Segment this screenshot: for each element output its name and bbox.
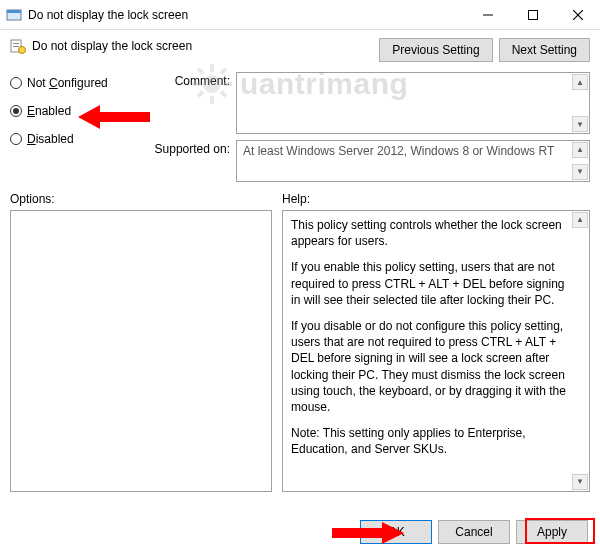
- radio-icon: [10, 133, 22, 145]
- svg-rect-7: [13, 43, 19, 44]
- comment-textarea[interactable]: ▲ ▼: [236, 72, 590, 134]
- radio-not-configured[interactable]: Not Configured: [10, 76, 130, 90]
- previous-setting-button[interactable]: Previous Setting: [379, 38, 492, 62]
- svg-point-9: [19, 47, 26, 54]
- help-paragraph: If you disable or do not configure this …: [291, 318, 571, 415]
- help-paragraph: This policy setting controls whether the…: [291, 217, 571, 249]
- radio-label: Not Configured: [27, 76, 108, 90]
- window-titlebar: Do not display the lock screen: [0, 0, 600, 30]
- scroll-up-icon[interactable]: ▲: [572, 142, 588, 158]
- radio-label: Disabled: [27, 132, 74, 146]
- help-label: Help:: [282, 192, 590, 206]
- minimize-button[interactable]: [465, 0, 510, 29]
- window-title: Do not display the lock screen: [28, 8, 465, 22]
- maximize-button[interactable]: [510, 0, 555, 29]
- next-setting-button[interactable]: Next Setting: [499, 38, 590, 62]
- scroll-down-icon[interactable]: ▼: [572, 164, 588, 180]
- radio-enabled[interactable]: Enabled: [10, 104, 130, 118]
- radio-icon: [10, 105, 22, 117]
- svg-rect-1: [7, 10, 21, 13]
- supported-on-label: Supported on:: [138, 140, 230, 156]
- scroll-down-icon[interactable]: ▼: [572, 474, 588, 490]
- policy-state-section: Not Configured Enabled Disabled Comment:…: [0, 66, 600, 182]
- svg-rect-3: [528, 10, 537, 19]
- radio-icon: [10, 77, 22, 89]
- help-paragraph: If you enable this policy setting, users…: [291, 259, 571, 308]
- close-button[interactable]: [555, 0, 600, 29]
- supported-on-value: At least Windows Server 2012, Windows 8 …: [236, 140, 590, 182]
- policy-title: Do not display the lock screen: [32, 39, 192, 53]
- radio-disabled[interactable]: Disabled: [10, 132, 130, 146]
- radio-label: Enabled: [27, 104, 71, 118]
- policy-icon: [10, 38, 26, 54]
- options-label: Options:: [10, 192, 272, 206]
- policy-header-row: Do not display the lock screen Previous …: [0, 30, 600, 66]
- options-panel: [10, 210, 272, 492]
- dialog-footer: OK Cancel Apply: [360, 520, 588, 544]
- svg-rect-8: [13, 46, 19, 47]
- options-help-section: Options: Help: This policy setting contr…: [0, 182, 600, 492]
- help-panel: This policy setting controls whether the…: [282, 210, 590, 492]
- scroll-down-icon[interactable]: ▼: [572, 116, 588, 132]
- scroll-up-icon[interactable]: ▲: [572, 74, 588, 90]
- scroll-up-icon[interactable]: ▲: [572, 212, 588, 228]
- app-icon: [6, 7, 22, 23]
- window-controls: [465, 0, 600, 29]
- apply-button[interactable]: Apply: [516, 520, 588, 544]
- comment-label: Comment:: [138, 72, 230, 88]
- ok-button[interactable]: OK: [360, 520, 432, 544]
- help-paragraph: Note: This setting only applies to Enter…: [291, 425, 571, 457]
- cancel-button[interactable]: Cancel: [438, 520, 510, 544]
